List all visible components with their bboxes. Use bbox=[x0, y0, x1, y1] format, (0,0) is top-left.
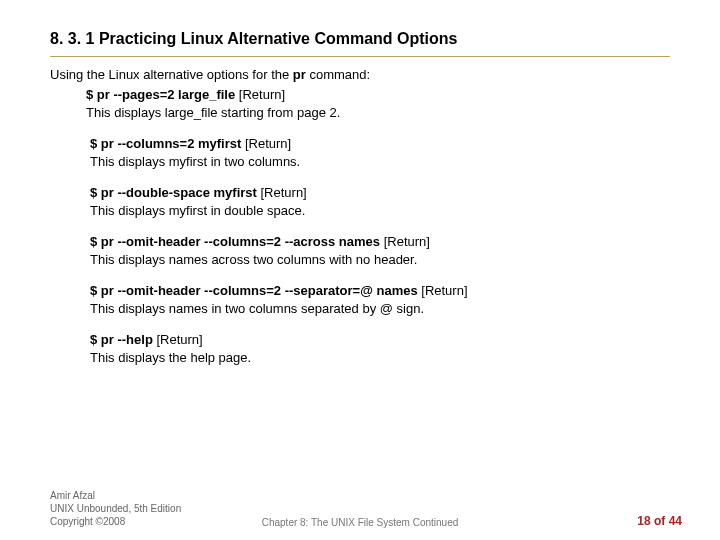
example-return: [Return] bbox=[380, 234, 430, 249]
example-cmd: $ pr --double-space myfirst bbox=[90, 185, 257, 200]
example-block: $ pr --omit-header --columns=2 --across … bbox=[90, 233, 670, 268]
footer-book: UNIX Unbounded, 5th Edition bbox=[50, 502, 181, 515]
intro-cmd: pr bbox=[293, 67, 306, 82]
example-return: [Return] bbox=[418, 283, 468, 298]
example-cmd: $ pr --omit-header --columns=2 --separat… bbox=[90, 283, 418, 298]
example-cmd: $ pr --help bbox=[90, 332, 153, 347]
example-cmd: $ pr --omit-header --columns=2 --across … bbox=[90, 234, 380, 249]
intro-suffix: command: bbox=[306, 67, 370, 82]
example-return: [Return] bbox=[257, 185, 307, 200]
example-desc: This displays large_file starting from p… bbox=[86, 105, 340, 120]
intro-prefix: Using the Linux alternative options for … bbox=[50, 67, 293, 82]
example-return: [Return] bbox=[235, 87, 285, 102]
intro-line: Using the Linux alternative options for … bbox=[50, 67, 670, 82]
example-return: [Return] bbox=[153, 332, 203, 347]
example-block: $ pr --pages=2 large_file [Return] This … bbox=[86, 86, 670, 121]
example-block: $ pr --help [Return] This displays the h… bbox=[90, 331, 670, 366]
footer-page: 18 of 44 bbox=[637, 514, 682, 528]
example-return: [Return] bbox=[241, 136, 291, 151]
section-title: 8. 3. 1 Practicing Linux Alternative Com… bbox=[50, 30, 670, 57]
example-desc: This displays myfirst in double space. bbox=[90, 203, 305, 218]
example-desc: This displays names in two columns separ… bbox=[90, 301, 424, 316]
example-desc: This displays myfirst in two columns. bbox=[90, 154, 300, 169]
example-cmd: $ pr --pages=2 large_file bbox=[86, 87, 235, 102]
example-desc: This displays names across two columns w… bbox=[90, 252, 417, 267]
footer-author: Amir Afzal bbox=[50, 489, 181, 502]
example-block: $ pr --double-space myfirst [Return] Thi… bbox=[90, 184, 670, 219]
slide-content: 8. 3. 1 Practicing Linux Alternative Com… bbox=[0, 0, 720, 367]
example-desc: This displays the help page. bbox=[90, 350, 251, 365]
example-cmd: $ pr --columns=2 myfirst bbox=[90, 136, 241, 151]
example-block: $ pr --omit-header --columns=2 --separat… bbox=[90, 282, 670, 317]
example-block: $ pr --columns=2 myfirst [Return] This d… bbox=[90, 135, 670, 170]
footer-chapter: Chapter 8: The UNIX File System Continue… bbox=[0, 517, 720, 528]
